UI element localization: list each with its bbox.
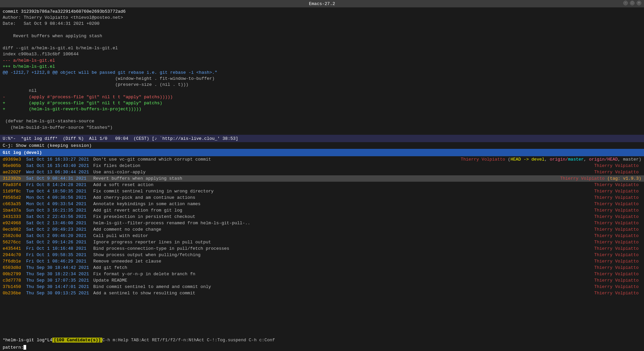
log-row[interactable]: 2944c70Fri Oct 1 09:58:35 2021Show proce… — [0, 252, 644, 258]
diff-line: - (apply #'process-file "git" nil t t "a… — [3, 94, 641, 100]
diff-line: (defvar helm-ls-git-stashes-source — [3, 118, 641, 124]
log-row[interactable]: 3431333Sat Oct 2 22:43:56 2021Fix presel… — [0, 214, 644, 220]
close-button[interactable]: × — [637, 1, 641, 5]
log-date: Sat Oct 16 16:33:27 2021 — [26, 157, 93, 162]
log-author: Thierry Volpiatto — [578, 170, 639, 175]
log-date: Mon Oct 4 09:36:56 2021 — [26, 195, 93, 200]
log-msg: Ignore progress reporter lines in pull o… — [93, 240, 578, 245]
log-hash: f8565d2 — [3, 195, 26, 200]
log-msg: Bind process-connection-type in pull/fet… — [93, 246, 578, 251]
log-msg: Don't use vc-git command which corrupt c… — [93, 157, 445, 162]
window-title: Emacs-27.2 — [309, 1, 335, 6]
log-date: Mon Oct 4 09:33:54 2021 — [26, 201, 93, 207]
mode-line-text: U:%*- *git log diff* (Diff %) All 1/0 09… — [3, 136, 238, 141]
log-author: Thierry Volpiatto — [578, 233, 639, 238]
log-hash: c663a35 — [3, 201, 26, 207]
log-row[interactable]: c663a35Mon Oct 4 09:33:54 2021Annotate k… — [0, 201, 644, 207]
diff-line: + (apply #'process-file "git" nil t t "a… — [3, 100, 641, 106]
log-author: Thierry Volpiatto — [578, 189, 639, 194]
log-row[interactable]: ae2202fWed Oct 13 06:30:44 2021Use ansi-… — [0, 169, 644, 175]
log-msg: Fix preselection in persistent checkout — [93, 214, 578, 219]
log-row[interactable]: 7f6db1eFri Oct 1 08:46:29 2021Remove unn… — [0, 258, 644, 265]
log-row[interactable]: d9369e3Sat Oct 16 16:33:27 2021Don't use… — [0, 156, 644, 163]
diff-line — [3, 112, 641, 118]
diff-line: nil — [3, 88, 641, 94]
log-author: Thierry Volpiatto — [578, 246, 639, 251]
log-hash: 3431333 — [3, 214, 26, 219]
log-row[interactable]: 6503d8dThu Sep 30 18:44:42 2021Add git f… — [0, 265, 644, 271]
log-author: Thierry Volpiatto — [578, 284, 639, 289]
log-row[interactable]: c3d7778Thu Sep 30 17:07:35 2021Update RE… — [0, 277, 644, 284]
window-controls[interactable]: − □ × — [623, 1, 641, 5]
log-row[interactable]: e435441Fri Oct 1 10:16:48 2021Bind proce… — [0, 245, 644, 252]
log-hash: 0ecb982 — [3, 227, 26, 232]
log-row[interactable]: f9a03f4Fri Oct 8 14:24:28 2021Add a soft… — [0, 182, 644, 188]
diff-line: (preserve-size . (nil . t))) — [3, 82, 641, 88]
log-author: Thierry Volpiatto — [578, 259, 639, 264]
log-author: Thierry Volpiatto — [544, 176, 605, 181]
log-msg: Add cherry-pick and am continue actions — [93, 195, 578, 200]
pattern-label: pattern: — [3, 345, 23, 350]
log-date: Tue Oct 4 18:50:35 2021 — [26, 189, 93, 194]
log-hash: e435441 — [3, 246, 26, 251]
mini-buffer-prompt: *helm-ls-git log* — [3, 338, 47, 343]
mini-keys: C-h m:Help TAB:Act RET/f1/f2/f-n:NthAct … — [102, 338, 275, 343]
log-date: Fri Oct 1 08:46:29 2021 — [26, 259, 93, 264]
log-row[interactable]: 312392bSat Oct 9 08:44:31 2021Revert buf… — [0, 175, 644, 182]
log-row[interactable]: 0b236beThu Sep 30 09:13:25 2021Add a sen… — [0, 290, 644, 296]
log-date: Fri Oct 1 10:16:48 2021 — [26, 246, 93, 251]
log-author: Thierry Volpiatto — [578, 163, 639, 168]
maximize-button[interactable]: □ — [630, 1, 635, 5]
log-row[interactable]: 0ecb982Sat Oct 2 09:49:23 2021Add commen… — [0, 226, 644, 233]
log-author: Thierry Volpiatto — [578, 265, 639, 270]
pattern-line[interactable]: pattern: — [0, 344, 644, 351]
log-row[interactable]: 1ba437aSun Oct 3 16:21:35 2021Add git re… — [0, 207, 644, 214]
log-row[interactable]: 56276ccSat Oct 2 09:14:26 2021Ignore pro… — [0, 239, 644, 245]
log-date: Thu Sep 30 14:47:01 2021 — [26, 284, 93, 289]
log-date: Sat Oct 2 13:46:00 2021 — [26, 221, 93, 226]
command-line-text: C-j: Show commit (keeping session) — [3, 143, 92, 148]
log-date: Sat Oct 9 08:44:31 2021 — [26, 176, 93, 181]
log-hash: 2944c70 — [3, 252, 26, 257]
minimize-button[interactable]: − — [623, 1, 628, 5]
diff-line: diff --git a/helm-ls-git.el b/helm-ls-gi… — [3, 45, 641, 51]
log-author: Thierry Volpiatto — [578, 227, 639, 232]
diff-line: Revert buffers when applying stash — [3, 33, 641, 39]
log-author: Thierry Volpiatto — [445, 157, 505, 162]
log-hash: 11d9f8c — [3, 189, 26, 194]
log-author: Thierry Volpiatto — [578, 208, 639, 213]
log-author: Thierry Volpiatto — [578, 214, 639, 219]
log-row[interactable]: 00b2799Thu Sep 30 18:22:34 2021Fix forma… — [0, 271, 644, 277]
log-row[interactable]: 37b1450Thu Sep 30 14:47:01 2021Bind comm… — [0, 284, 644, 290]
log-author: Thierry Volpiatto — [578, 221, 639, 226]
mini-level: L4 — [47, 338, 53, 343]
mode-line: U:%*- *git log diff* (Diff %) All 1/0 09… — [0, 135, 644, 142]
log-msg: Revert buffers when applying stash — [93, 176, 544, 181]
log-hash: 2582c0d — [3, 233, 26, 238]
diff-area: commit 312392b786a7ea322914b60760e2693b5… — [0, 7, 644, 135]
log-row[interactable]: 11d9f8cTue Oct 4 18:50:35 2021Fix commit… — [0, 188, 644, 194]
log-author: Thierry Volpiatto — [578, 240, 639, 245]
log-row[interactable]: 2582c0dSat Oct 2 09:46:20 2021Call pull … — [0, 233, 644, 239]
log-date: Wed Oct 13 06:30:44 2021 — [26, 170, 93, 175]
diff-line: +++ b/helm-ls-git.el — [3, 64, 641, 70]
diff-line: (helm-build-in-buffer-source "Stashes") — [3, 125, 641, 131]
diff-line: + (helm-ls-git-revert-buffers-in-project… — [3, 106, 641, 112]
git-log-area[interactable]: d9369e3Sat Oct 16 16:33:27 2021Don't use… — [0, 156, 644, 336]
log-date: Thu Sep 30 18:44:42 2021 — [26, 265, 93, 270]
log-hash: 7f6db1e — [3, 259, 26, 264]
log-date: Thu Sep 30 18:22:34 2021 — [26, 272, 93, 277]
log-row[interactable]: 96e005bSat Oct 16 15:43:40 2021Fix files… — [0, 163, 644, 169]
diff-line: Date: Sat Oct 9 08:44:31 2021 +0200 — [3, 21, 641, 27]
log-row[interactable]: f8565d2Mon Oct 4 09:36:56 2021Add cherry… — [0, 194, 644, 201]
log-hash: e924968 — [3, 221, 26, 226]
log-date: Sat Oct 2 09:46:20 2021 — [26, 233, 93, 238]
log-msg: Call pull with editor — [93, 233, 578, 238]
log-author: Thierry Volpiatto — [578, 195, 639, 200]
log-hash: 56276cc — [3, 240, 26, 245]
log-row[interactable]: e924968Sat Oct 2 13:46:00 2021helm-ls-gi… — [0, 220, 644, 226]
log-msg: Remove unneeded let clause — [93, 259, 578, 264]
minibuffer: *helm-ls-git log* L4 [100 Candidate(s)] … — [0, 336, 644, 344]
log-tags: (HEAD -> devel, origin/master, origin/HE… — [508, 157, 641, 162]
log-msg: Bind commit sentinel to amend and commit… — [93, 284, 578, 289]
